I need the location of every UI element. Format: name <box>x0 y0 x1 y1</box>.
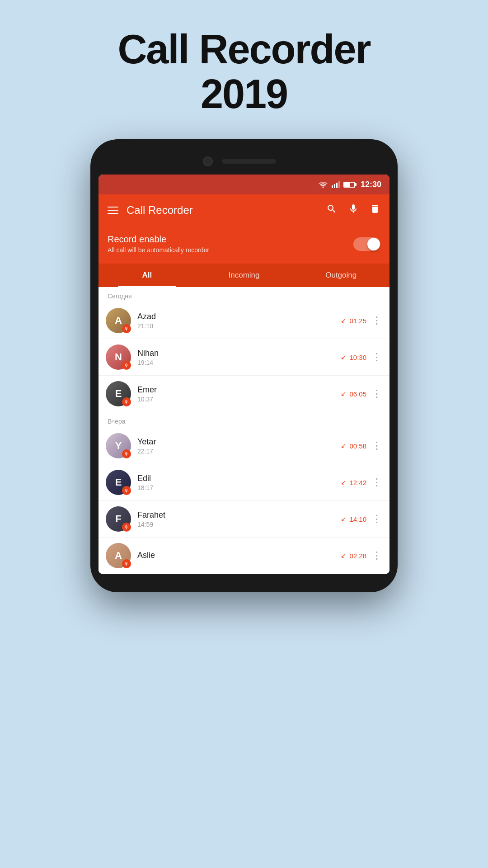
avatar-badge-yetar: 🎙 <box>122 449 131 458</box>
call-info-azad: Azad 21:10 <box>137 312 341 330</box>
call-time-nihan: 19:14 <box>137 359 341 366</box>
record-section: Record enable All call will be automatic… <box>99 226 389 264</box>
call-list: Сегодня A 🎙 Azad 21:10 ↙ 01:25 ⋮ <box>99 287 389 574</box>
call-item-yetar[interactable]: Y 🎙 Yetar 22:17 ↙ 00:58 ⋮ <box>99 428 389 464</box>
call-time-azad: 21:10 <box>137 322 341 330</box>
call-arrow-farahet: ↙ <box>341 515 347 523</box>
call-duration-aslie: ↙ 02:28 <box>341 552 366 560</box>
status-time: 12:30 <box>361 180 381 189</box>
call-info-aslie: Aslie <box>137 551 341 561</box>
avatar-badge-azad: 🎙 <box>122 324 131 333</box>
tabs: All Incoming Outgoing <box>99 264 389 287</box>
status-icons: 12:30 <box>318 180 381 189</box>
phone-screen: 12:30 Call Recorder <box>99 175 389 574</box>
call-item-farahet[interactable]: F 🎙 Farahet 14:59 ↙ 14:10 ⋮ <box>99 501 389 538</box>
call-duration-edil: ↙ 12:42 <box>341 478 366 486</box>
call-time-farahet: 14:59 <box>137 521 341 528</box>
app-title: Call Recorder 2019 <box>117 27 370 117</box>
call-name-farahet: Farahet <box>137 510 341 520</box>
more-btn-farahet[interactable]: ⋮ <box>371 511 382 527</box>
app-bar-actions <box>324 202 382 219</box>
app-bar-title: Call Recorder <box>127 204 318 217</box>
call-name-yetar: Yetar <box>137 437 341 447</box>
tab-incoming[interactable]: Incoming <box>196 264 293 287</box>
call-arrow-azad: ↙ <box>341 316 347 325</box>
avatar-badge-farahet: 🎙 <box>122 523 131 532</box>
call-item-edil[interactable]: E 🎙 Edil 18:17 ↙ 12:42 ⋮ <box>99 464 389 501</box>
call-item-aslie[interactable]: A 🎙 Aslie ↙ 02:28 ⋮ <box>99 538 389 574</box>
avatar-wrap-yetar: Y 🎙 <box>106 433 131 458</box>
phone-speaker <box>222 159 276 164</box>
toggle-thumb <box>367 238 380 250</box>
section-header-today: Сегодня <box>99 287 389 302</box>
avatar-wrap-nihan: N 🎙 <box>106 344 131 370</box>
call-arrow-aslie: ↙ <box>341 552 347 560</box>
call-arrow-edil: ↙ <box>341 478 347 486</box>
signal-icon <box>332 181 340 188</box>
record-subtitle: All call will be automatically recorder <box>108 246 209 254</box>
avatar-wrap-farahet: F 🎙 <box>106 506 131 532</box>
avatar-wrap-azad: A 🎙 <box>106 308 131 333</box>
record-toggle[interactable] <box>353 237 380 251</box>
svg-rect-1 <box>334 184 335 188</box>
call-info-edil: Edil 18:17 <box>137 474 341 491</box>
call-time-emer: 10:37 <box>137 396 341 403</box>
avatar-badge-edil: 🎙 <box>122 486 131 495</box>
wifi-icon <box>318 181 328 188</box>
more-btn-aslie[interactable]: ⋮ <box>371 548 382 563</box>
avatar-wrap-aslie: A 🎙 <box>106 543 131 568</box>
svg-rect-0 <box>332 185 333 188</box>
call-item-nihan[interactable]: N 🎙 Nihan 19:14 ↙ 10:30 ⋮ <box>99 339 389 376</box>
call-name-azad: Azad <box>137 312 341 321</box>
status-bar: 12:30 <box>99 175 389 194</box>
call-info-farahet: Farahet 14:59 <box>137 510 341 528</box>
battery-icon <box>343 182 355 188</box>
record-title: Record enable <box>108 234 209 245</box>
call-arrow-emer: ↙ <box>341 390 347 398</box>
delete-icon[interactable] <box>368 202 382 219</box>
call-info-yetar: Yetar 22:17 <box>137 437 341 455</box>
phone-camera <box>203 156 213 166</box>
search-icon[interactable] <box>324 202 339 219</box>
avatar-badge-nihan: 🎙 <box>122 361 131 370</box>
call-name-aslie: Aslie <box>137 551 341 560</box>
avatar-wrap-edil: E 🎙 <box>106 470 131 495</box>
avatar-badge-aslie: 🎙 <box>122 559 131 568</box>
call-duration-yetar: ↙ 00:58 <box>341 442 366 450</box>
call-item-emer[interactable]: E 🎙 Emer 10:37 ↙ 06:05 ⋮ <box>99 376 389 412</box>
call-name-edil: Edil <box>137 474 341 483</box>
menu-icon[interactable] <box>106 205 120 216</box>
call-arrow-yetar: ↙ <box>341 442 347 450</box>
svg-rect-3 <box>338 181 340 188</box>
avatar-badge-emer: 🎙 <box>122 397 131 406</box>
more-btn-nihan[interactable]: ⋮ <box>371 349 382 365</box>
microphone-icon[interactable] <box>346 202 361 219</box>
section-header-yesterday: Вчера <box>99 412 389 428</box>
tab-outgoing[interactable]: Outgoing <box>292 264 389 287</box>
call-info-nihan: Nihan 19:14 <box>137 349 341 366</box>
svg-rect-2 <box>336 183 338 188</box>
call-duration-azad: ↙ 01:25 <box>341 316 366 325</box>
record-text: Record enable All call will be automatic… <box>108 234 209 254</box>
avatar-wrap-emer: E 🎙 <box>106 381 131 406</box>
call-name-nihan: Nihan <box>137 349 341 358</box>
call-time-edil: 18:17 <box>137 484 341 491</box>
more-btn-azad[interactable]: ⋮ <box>371 313 382 328</box>
call-name-emer: Emer <box>137 385 341 395</box>
call-time-yetar: 22:17 <box>137 448 341 455</box>
call-duration-nihan: ↙ 10:30 <box>341 353 366 361</box>
app-bar: Call Recorder <box>99 194 389 226</box>
call-item-azad[interactable]: A 🎙 Azad 21:10 ↙ 01:25 ⋮ <box>99 302 389 339</box>
call-info-emer: Emer 10:37 <box>137 385 341 403</box>
call-duration-farahet: ↙ 14:10 <box>341 515 366 523</box>
more-btn-yetar[interactable]: ⋮ <box>371 438 382 453</box>
phone-device: 12:30 Call Recorder <box>90 139 398 592</box>
more-btn-emer[interactable]: ⋮ <box>371 386 382 401</box>
phone-top-bar <box>99 152 389 175</box>
tab-all[interactable]: All <box>99 264 196 287</box>
call-duration-emer: ↙ 06:05 <box>341 390 366 398</box>
more-btn-edil[interactable]: ⋮ <box>371 475 382 490</box>
call-arrow-nihan: ↙ <box>341 353 347 361</box>
